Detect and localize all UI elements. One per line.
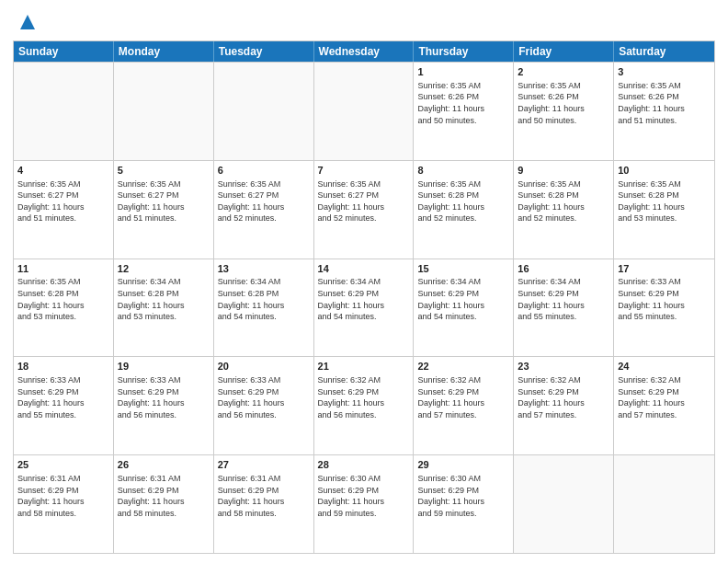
cell-info: Sunrise: 6:32 AMSunset: 6:29 PMDaylight:… [417, 374, 509, 420]
cell-info: Sunrise: 6:35 AMSunset: 6:26 PMDaylight:… [618, 80, 711, 126]
logo-triangle-icon [15, 9, 40, 35]
cell-info: Sunrise: 6:35 AMSunset: 6:28 PMDaylight:… [618, 178, 711, 224]
calendar-cell: 3Sunrise: 6:35 AMSunset: 6:26 PMDaylight… [614, 63, 714, 160]
calendar-cell: 27Sunrise: 6:31 AMSunset: 6:29 PMDayligh… [214, 455, 314, 553]
day-number: 8 [417, 164, 509, 178]
cell-info: Sunrise: 6:30 AMSunset: 6:29 PMDaylight:… [318, 473, 410, 519]
calendar-row: 1Sunrise: 6:35 AMSunset: 6:26 PMDaylight… [14, 62, 714, 160]
weekday-header: Thursday [414, 41, 514, 62]
cell-info: Sunrise: 6:34 AMSunset: 6:29 PMDaylight:… [417, 276, 509, 322]
day-number: 9 [518, 164, 609, 178]
calendar-row: 11Sunrise: 6:35 AMSunset: 6:28 PMDayligh… [14, 259, 714, 357]
cell-info: Sunrise: 6:33 AMSunset: 6:29 PMDaylight:… [118, 374, 210, 420]
day-number: 18 [17, 360, 109, 373]
cell-info: Sunrise: 6:35 AMSunset: 6:27 PMDaylight:… [118, 178, 210, 224]
logo [13, 13, 40, 35]
cell-info: Sunrise: 6:34 AMSunset: 6:29 PMDaylight:… [518, 276, 609, 322]
weekday-header: Saturday [614, 41, 714, 62]
cell-info: Sunrise: 6:31 AMSunset: 6:29 PMDaylight:… [218, 473, 310, 519]
day-number: 2 [518, 65, 609, 79]
cell-info: Sunrise: 6:35 AMSunset: 6:28 PMDaylight:… [17, 276, 109, 322]
weekday-header: Wednesday [314, 41, 415, 62]
cell-info: Sunrise: 6:35 AMSunset: 6:27 PMDaylight:… [218, 178, 310, 224]
day-number: 27 [218, 458, 310, 472]
day-number: 28 [318, 458, 410, 472]
cell-info: Sunrise: 6:32 AMSunset: 6:29 PMDaylight:… [318, 374, 410, 420]
day-number: 24 [618, 360, 711, 373]
cell-info: Sunrise: 6:35 AMSunset: 6:28 PMDaylight:… [417, 178, 509, 224]
calendar-cell: 20Sunrise: 6:33 AMSunset: 6:29 PMDayligh… [214, 357, 314, 454]
cell-info: Sunrise: 6:35 AMSunset: 6:28 PMDaylight:… [518, 178, 609, 224]
calendar-row: 18Sunrise: 6:33 AMSunset: 6:29 PMDayligh… [14, 356, 714, 454]
calendar-cell: 1Sunrise: 6:35 AMSunset: 6:26 PMDaylight… [414, 63, 514, 160]
weekday-header: Sunday [14, 41, 114, 62]
cell-info: Sunrise: 6:34 AMSunset: 6:28 PMDaylight:… [118, 276, 210, 322]
calendar-body: 1Sunrise: 6:35 AMSunset: 6:26 PMDaylight… [14, 62, 714, 553]
day-number: 23 [518, 360, 609, 373]
cell-info: Sunrise: 6:33 AMSunset: 6:29 PMDaylight:… [17, 374, 109, 420]
day-number: 11 [17, 262, 109, 276]
day-number: 19 [118, 360, 210, 373]
calendar-cell [214, 63, 314, 160]
day-number: 22 [417, 360, 509, 373]
day-number: 7 [318, 164, 410, 178]
calendar-cell: 6Sunrise: 6:35 AMSunset: 6:27 PMDaylight… [214, 161, 314, 259]
calendar-header: SundayMondayTuesdayWednesdayThursdayFrid… [14, 41, 714, 62]
day-number: 3 [618, 65, 711, 79]
cell-info: Sunrise: 6:32 AMSunset: 6:29 PMDaylight:… [518, 374, 609, 420]
day-number: 25 [17, 458, 109, 472]
calendar-cell: 10Sunrise: 6:35 AMSunset: 6:28 PMDayligh… [614, 161, 714, 259]
cell-info: Sunrise: 6:35 AMSunset: 6:27 PMDaylight:… [318, 178, 410, 224]
calendar-cell: 13Sunrise: 6:34 AMSunset: 6:28 PMDayligh… [214, 259, 314, 357]
day-number: 10 [618, 164, 711, 178]
cell-info: Sunrise: 6:35 AMSunset: 6:27 PMDaylight:… [17, 178, 109, 224]
calendar-cell: 24Sunrise: 6:32 AMSunset: 6:29 PMDayligh… [614, 357, 714, 454]
calendar-cell: 14Sunrise: 6:34 AMSunset: 6:29 PMDayligh… [314, 259, 415, 357]
cell-info: Sunrise: 6:34 AMSunset: 6:29 PMDaylight:… [318, 276, 410, 322]
calendar-cell [514, 455, 614, 553]
day-number: 1 [417, 65, 509, 79]
calendar-cell: 16Sunrise: 6:34 AMSunset: 6:29 PMDayligh… [514, 259, 614, 357]
calendar-cell [14, 63, 114, 160]
calendar-cell: 8Sunrise: 6:35 AMSunset: 6:28 PMDaylight… [414, 161, 514, 259]
weekday-header: Monday [114, 41, 214, 62]
calendar-cell: 7Sunrise: 6:35 AMSunset: 6:27 PMDaylight… [314, 161, 415, 259]
calendar-cell: 4Sunrise: 6:35 AMSunset: 6:27 PMDaylight… [14, 161, 114, 259]
svg-marker-0 [20, 15, 35, 29]
calendar-cell: 18Sunrise: 6:33 AMSunset: 6:29 PMDayligh… [14, 357, 114, 454]
calendar-cell: 11Sunrise: 6:35 AMSunset: 6:28 PMDayligh… [14, 259, 114, 357]
calendar-cell: 29Sunrise: 6:30 AMSunset: 6:29 PMDayligh… [414, 455, 514, 553]
cell-info: Sunrise: 6:34 AMSunset: 6:28 PMDaylight:… [218, 276, 310, 322]
calendar-row: 25Sunrise: 6:31 AMSunset: 6:29 PMDayligh… [14, 454, 714, 553]
calendar-cell: 12Sunrise: 6:34 AMSunset: 6:28 PMDayligh… [114, 259, 214, 357]
day-number: 29 [417, 458, 509, 472]
calendar-cell: 25Sunrise: 6:31 AMSunset: 6:29 PMDayligh… [14, 455, 114, 553]
day-number: 20 [218, 360, 310, 373]
calendar-cell: 23Sunrise: 6:32 AMSunset: 6:29 PMDayligh… [514, 357, 614, 454]
logo-text [13, 13, 40, 35]
calendar-cell: 28Sunrise: 6:30 AMSunset: 6:29 PMDayligh… [314, 455, 415, 553]
day-number: 16 [518, 262, 609, 276]
calendar-cell: 21Sunrise: 6:32 AMSunset: 6:29 PMDayligh… [314, 357, 415, 454]
cell-info: Sunrise: 6:31 AMSunset: 6:29 PMDaylight:… [118, 473, 210, 519]
calendar-row: 4Sunrise: 6:35 AMSunset: 6:27 PMDaylight… [14, 160, 714, 259]
cell-info: Sunrise: 6:33 AMSunset: 6:29 PMDaylight:… [218, 374, 310, 420]
day-number: 21 [318, 360, 410, 373]
day-number: 5 [118, 164, 210, 178]
day-number: 13 [218, 262, 310, 276]
weekday-header: Tuesday [214, 41, 314, 62]
day-number: 12 [118, 262, 210, 276]
calendar-cell: 5Sunrise: 6:35 AMSunset: 6:27 PMDaylight… [114, 161, 214, 259]
calendar-cell: 15Sunrise: 6:34 AMSunset: 6:29 PMDayligh… [414, 259, 514, 357]
cell-info: Sunrise: 6:35 AMSunset: 6:26 PMDaylight:… [518, 80, 609, 126]
day-number: 6 [218, 164, 310, 178]
day-number: 14 [318, 262, 410, 276]
day-number: 4 [17, 164, 109, 178]
calendar-cell [314, 63, 415, 160]
day-number: 15 [417, 262, 509, 276]
day-number: 17 [618, 262, 711, 276]
calendar-cell: 22Sunrise: 6:32 AMSunset: 6:29 PMDayligh… [414, 357, 514, 454]
cell-info: Sunrise: 6:32 AMSunset: 6:29 PMDaylight:… [618, 374, 711, 420]
calendar-cell [614, 455, 714, 553]
calendar-cell: 19Sunrise: 6:33 AMSunset: 6:29 PMDayligh… [114, 357, 214, 454]
